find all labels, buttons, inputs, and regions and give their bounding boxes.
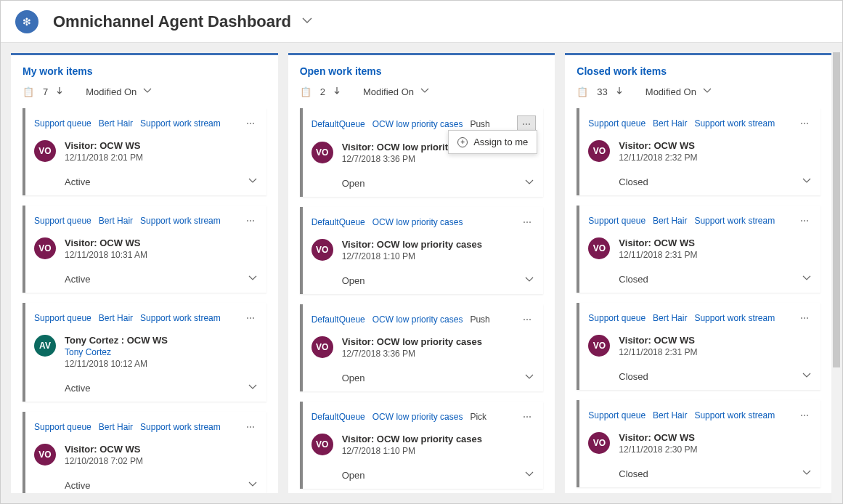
- card-status: Closed: [619, 274, 648, 285]
- more-actions-icon[interactable]: ⋯: [796, 213, 813, 229]
- card-tag-link[interactable]: Support queue: [34, 422, 91, 432]
- card-tag-link[interactable]: Bert Hair: [99, 422, 133, 432]
- expand-icon[interactable]: [802, 273, 812, 285]
- title-dropdown-icon[interactable]: [301, 15, 313, 28]
- card-body: VOVisitor: OCW WS12/11/2018 2:31 PM: [579, 235, 820, 267]
- scrollbar-thumb[interactable]: [833, 52, 840, 367]
- card-tag-link[interactable]: Support queue: [34, 216, 91, 226]
- more-actions-icon[interactable]: ⋯: [796, 115, 813, 131]
- more-actions-icon[interactable]: ⋯: [518, 312, 536, 328]
- expand-icon[interactable]: [248, 479, 258, 492]
- card-tag-link[interactable]: Support work stream: [694, 118, 775, 129]
- card-tags-row: Support queueBert HairSupport work strea…: [579, 108, 820, 137]
- card-body: VOVisitor: OCW WS12/11/2018 2:30 PM: [579, 429, 820, 462]
- column-title: Closed work items: [577, 65, 820, 77]
- card-tag-link[interactable]: DefaultQueue: [311, 314, 365, 325]
- card-tag-link[interactable]: OCW low priority cases: [372, 314, 463, 325]
- card-tag-link[interactable]: Support queue: [34, 313, 91, 323]
- expand-icon[interactable]: [524, 372, 534, 384]
- more-actions-icon[interactable]: ⋯: [242, 419, 259, 435]
- card-tag-link[interactable]: DefaultQueue: [311, 412, 365, 422]
- card-tag-link[interactable]: Bert Hair: [653, 118, 687, 129]
- work-item-card[interactable]: Support queueBert HairSupport work strea…: [577, 206, 820, 293]
- expand-icon[interactable]: [248, 176, 258, 188]
- work-item-card[interactable]: Support queueBert HairSupport work strea…: [577, 303, 820, 390]
- work-item-card[interactable]: Support queueBert HairSupport work strea…: [23, 303, 266, 402]
- card-tag-link[interactable]: Support work stream: [140, 118, 221, 129]
- expand-icon[interactable]: [802, 176, 812, 188]
- work-item-card[interactable]: Support queueBert HairSupport work strea…: [23, 206, 266, 293]
- card-timestamp: 12/11/2018 2:31 PM: [619, 250, 697, 260]
- card-tag-link[interactable]: Bert Hair: [99, 313, 133, 323]
- expand-icon[interactable]: [248, 382, 258, 394]
- more-actions-icon[interactable]: ⋯: [796, 407, 813, 423]
- more-actions-icon[interactable]: ⋯: [242, 213, 259, 229]
- sort-direction-icon[interactable]: [333, 86, 341, 97]
- card-tag-link[interactable]: Support queue: [34, 118, 91, 129]
- card-tag-link[interactable]: Support queue: [588, 118, 646, 129]
- card-tag-link[interactable]: Support queue: [588, 313, 646, 323]
- more-actions-icon[interactable]: ⋯: [518, 214, 536, 230]
- card-status: Open: [342, 178, 365, 189]
- card-body: VOVisitor: OCW WS12/11/2018 2:31 PM: [579, 332, 820, 365]
- more-actions-icon[interactable]: ⋯: [518, 409, 536, 425]
- card-tag-link[interactable]: Bert Hair: [653, 410, 687, 420]
- card-status: Closed: [619, 176, 648, 187]
- work-item-card[interactable]: Support queueBert HairSupport work strea…: [577, 108, 820, 195]
- card-tag-link[interactable]: Support queue: [588, 410, 646, 420]
- sort-field-label[interactable]: Modified On: [363, 86, 414, 97]
- sort-field-label[interactable]: Modified On: [86, 86, 137, 97]
- card-tag-link[interactable]: Bert Hair: [99, 216, 133, 226]
- card-title: Visitor: OCW low priority cases: [342, 239, 482, 250]
- card-tag-link[interactable]: Bert Hair: [653, 216, 687, 226]
- card-tag-link[interactable]: Bert Hair: [99, 118, 133, 129]
- card-tag-link[interactable]: OCW low priority cases: [372, 217, 463, 227]
- assign-to-me-popup[interactable]: +Assign to me: [448, 130, 537, 154]
- work-item-card[interactable]: DefaultQueueOCW low priority casesPush⋯V…: [300, 304, 544, 391]
- work-item-card[interactable]: DefaultQueueOCW low priority cases⋯VOVis…: [300, 207, 544, 294]
- card-status: Closed: [619, 468, 648, 479]
- card-tag-link[interactable]: DefaultQueue: [311, 217, 365, 227]
- expand-icon[interactable]: [524, 177, 534, 190]
- vertical-scrollbar[interactable]: [831, 52, 842, 503]
- more-actions-icon[interactable]: ⋯: [796, 310, 813, 326]
- more-actions-icon[interactable]: ⋯: [242, 115, 259, 131]
- sort-direction-icon[interactable]: [55, 86, 64, 97]
- expand-icon[interactable]: [524, 469, 534, 481]
- expand-icon[interactable]: [248, 273, 258, 285]
- sort-direction-icon[interactable]: [615, 86, 624, 97]
- card-timestamp: 12/11/2018 10:31 AM: [65, 250, 147, 260]
- card-tag-link[interactable]: Support queue: [588, 216, 646, 226]
- card-tag-link[interactable]: Support work stream: [140, 313, 221, 323]
- card-tag-link[interactable]: Support work stream: [140, 422, 221, 432]
- app-header: ❇ Omnichannel Agent Dashboard: [1, 1, 842, 43]
- chevron-down-icon[interactable]: [142, 86, 152, 98]
- work-item-card[interactable]: Support queueBert HairSupport work strea…: [23, 412, 266, 493]
- card-tag-link[interactable]: Bert Hair: [653, 313, 687, 323]
- card-tags-row: Support queueBert HairSupport work strea…: [579, 206, 820, 235]
- card-footer: Open: [303, 366, 544, 391]
- chevron-down-icon[interactable]: [702, 86, 712, 98]
- card-tag-link[interactable]: Support work stream: [694, 410, 775, 420]
- work-item-card[interactable]: DefaultQueueOCW low priority casesPush⋯+…: [300, 108, 544, 197]
- sort-field-label[interactable]: Modified On: [646, 86, 696, 97]
- column-count: 33: [597, 86, 607, 97]
- card-tag-link[interactable]: OCW low priority cases: [372, 119, 463, 129]
- chevron-down-icon[interactable]: [420, 86, 430, 98]
- card-tag-link[interactable]: Support work stream: [140, 216, 221, 226]
- card-tag-link[interactable]: Support work stream: [694, 313, 775, 323]
- more-actions-icon[interactable]: ⋯: [242, 310, 259, 326]
- card-subtitle-link[interactable]: Tony Cortez: [65, 347, 168, 357]
- card-tag-link[interactable]: OCW low priority cases: [372, 412, 463, 422]
- expand-icon[interactable]: [802, 468, 812, 480]
- work-item-card[interactable]: Support queueBert HairSupport work strea…: [23, 108, 266, 195]
- card-status: Active: [65, 480, 90, 491]
- card-tags-row: DefaultQueueOCW low priority cases⋯: [303, 207, 544, 236]
- card-tag-link[interactable]: DefaultQueue: [311, 119, 365, 129]
- card-tag-link[interactable]: Support work stream: [694, 216, 775, 226]
- work-item-card[interactable]: Support queueBert HairSupport work strea…: [577, 400, 820, 487]
- expand-icon[interactable]: [524, 275, 534, 287]
- card-title: Visitor: OCW WS: [65, 140, 143, 151]
- expand-icon[interactable]: [802, 370, 812, 383]
- work-item-card[interactable]: DefaultQueueOCW low priority casesPick⋯V…: [300, 402, 544, 489]
